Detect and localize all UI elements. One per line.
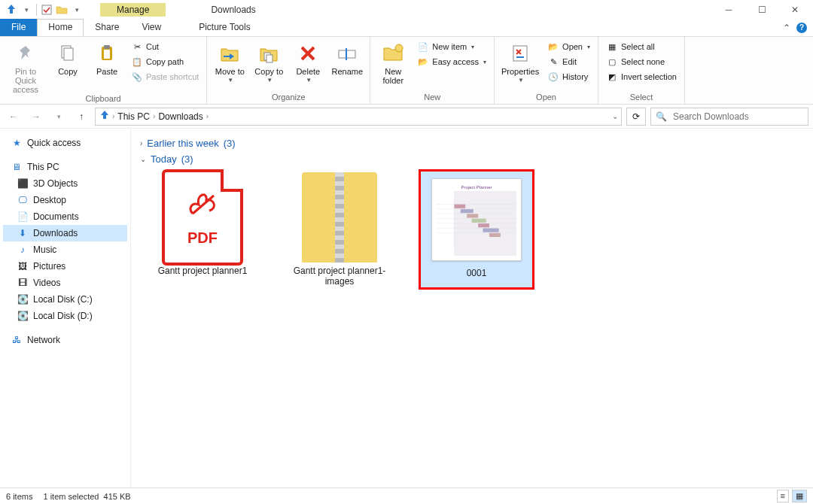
title-context: Manage Downloads (100, 3, 256, 17)
sidebar-item-downloads[interactable]: ⬇Downloads (3, 225, 127, 241)
copy-button[interactable]: Copy (50, 38, 86, 76)
checkbox-icon[interactable] (40, 3, 53, 17)
open-button[interactable]: 📂Open▾ (544, 40, 593, 53)
properties-button[interactable]: Properties▼ (499, 38, 541, 84)
sidebar-item-disk-d[interactable]: 💽Local Disk (D:) (3, 308, 127, 324)
paste-shortcut-button[interactable]: 📎Paste shortcut (128, 70, 202, 83)
manage-context-tab[interactable]: Manage (100, 3, 166, 17)
new-item-button[interactable]: 📄New item▾ (414, 40, 489, 53)
tab-share[interactable]: Share (84, 19, 130, 36)
ribbon: Pin to Quick access Copy Paste ✂Cut 📋Cop… (0, 37, 813, 105)
sidebar-item-3d-objects[interactable]: ⬛3D Objects (3, 175, 127, 192)
chevron-right-icon[interactable]: › (112, 112, 114, 120)
invert-selection-icon: ◩ (606, 71, 618, 83)
new-folder-button[interactable]: New folder (375, 38, 411, 85)
network-icon: 🖧 (11, 334, 23, 346)
svg-rect-18 (489, 233, 501, 237)
sidebar-quick-access[interactable]: ★Quick access (3, 135, 127, 151)
chevron-right-icon[interactable]: › (206, 112, 209, 120)
breadcrumb-downloads[interactable]: Downloads (157, 111, 204, 122)
ribbon-group-organize: Move to▼ Copy to▼ Delete▼ Rename Organiz… (207, 37, 370, 104)
refresh-button[interactable]: ⟳ (626, 108, 646, 126)
file-item-pdf[interactable]: PDF Gantt project planner1 (145, 169, 260, 290)
sidebar-item-music[interactable]: ♪Music (3, 241, 127, 258)
tab-file[interactable]: File (0, 19, 37, 36)
delete-button[interactable]: Delete▼ (290, 38, 326, 84)
select-all-button[interactable]: ▦Select all (603, 40, 680, 53)
file-item-image-selected[interactable]: Project Planner 0001 (419, 169, 534, 290)
easy-access-icon: 📂 (417, 56, 429, 68)
copy-path-button[interactable]: 📋Copy path (128, 55, 202, 68)
qat-overflow-icon[interactable]: ▾ (70, 3, 84, 17)
paste-button[interactable]: Paste (89, 38, 125, 76)
pdf-logo-icon (185, 188, 220, 225)
view-thumbnails-button[interactable]: ▦ (792, 490, 807, 502)
svg-rect-0 (42, 5, 51, 14)
folder-icon[interactable] (55, 3, 69, 17)
disk-icon: 💽 (17, 293, 29, 305)
tab-picture-tools[interactable]: Picture Tools (187, 19, 261, 36)
chevron-right-icon[interactable]: › (153, 112, 155, 120)
ribbon-collapse-icon[interactable]: ⌃ (783, 23, 790, 33)
ribbon-tabs: File Home Share View Picture Tools ⌃ ? (0, 19, 813, 37)
minimize-button[interactable]: ─ (712, 0, 745, 19)
invert-selection-button[interactable]: ◩Invert selection (603, 70, 680, 83)
group-earlier-this-week[interactable]: › Earlier this week (3) (140, 138, 804, 149)
edit-button[interactable]: ✎Edit (544, 55, 593, 68)
select-none-button[interactable]: ▢Select none (603, 55, 680, 68)
sidebar-item-videos[interactable]: 🎞Videos (3, 275, 127, 291)
breadcrumb-this-pc[interactable]: This PC (116, 111, 151, 122)
pc-icon: 🖥 (11, 161, 23, 173)
image-thumbnail: Project Planner (431, 175, 522, 265)
status-selected: 1 item selected 415 KB (43, 492, 130, 501)
file-item-zip[interactable]: Gantt project planner1-images (282, 169, 397, 290)
nav-up-button[interactable]: ↑ (72, 108, 90, 126)
maximize-button[interactable]: ☐ (745, 0, 778, 19)
move-to-button[interactable]: Move to▼ (212, 38, 248, 84)
search-input[interactable] (671, 111, 803, 123)
svg-rect-14 (467, 214, 478, 217)
paste-icon (95, 41, 119, 65)
file-list[interactable]: › Earlier this week (3) ⌄ Today (3) PDF … (131, 129, 813, 487)
sidebar-this-pc[interactable]: 🖥This PC (3, 159, 127, 175)
view-details-button[interactable]: ≡ (777, 490, 789, 502)
open-icon: 📂 (547, 41, 559, 53)
copy-to-icon (257, 41, 281, 65)
search-box[interactable]: 🔍 (650, 108, 808, 126)
group-today[interactable]: ⌄ Today (3) (140, 153, 804, 165)
sidebar-item-desktop[interactable]: 🖵Desktop (3, 192, 127, 208)
pin-quick-access-button[interactable]: Pin to Quick access (5, 38, 47, 94)
copy-to-button[interactable]: Copy to▼ (251, 38, 287, 84)
sidebar-network[interactable]: 🖧Network (3, 332, 127, 348)
cut-button[interactable]: ✂Cut (128, 40, 202, 53)
easy-access-button[interactable]: 📂Easy access▾ (414, 55, 489, 68)
folder-arrow-icon (5, 3, 18, 17)
svg-rect-12 (454, 205, 465, 208)
thumbnail-caption: Project Planner (437, 184, 516, 191)
address-bar[interactable]: › This PC › Downloads › ⌄ (95, 108, 622, 126)
nav-back-button[interactable]: ← (5, 108, 23, 126)
tab-home[interactable]: Home (37, 19, 84, 36)
tab-view[interactable]: View (130, 19, 172, 36)
sidebar-item-disk-c[interactable]: 💽Local Disk (C:) (3, 291, 127, 308)
address-dropdown-icon[interactable]: ⌄ (612, 112, 618, 120)
nav-recent-dropdown[interactable]: ▾ (50, 108, 68, 126)
sidebar-item-pictures[interactable]: 🖼Pictures (3, 258, 127, 275)
svg-rect-5 (104, 50, 110, 59)
new-item-icon: 📄 (417, 41, 429, 53)
qat-dropdown-icon[interactable]: ▾ (20, 3, 33, 17)
edit-icon: ✎ (547, 56, 559, 68)
file-name: Gantt project planner1 (158, 266, 248, 276)
main-body: ★Quick access 🖥This PC ⬛3D Objects 🖵Desk… (0, 129, 813, 487)
videos-icon: 🎞 (17, 277, 29, 289)
help-icon[interactable]: ? (796, 23, 807, 33)
move-to-icon (218, 41, 242, 65)
close-button[interactable]: ✕ (778, 0, 811, 19)
rename-button[interactable]: Rename (329, 38, 365, 76)
sidebar-item-documents[interactable]: 📄Documents (3, 208, 127, 225)
history-button[interactable]: 🕓History (544, 70, 593, 83)
properties-label: Properties (501, 67, 539, 76)
chevron-right-icon: › (140, 139, 142, 147)
nav-forward-button[interactable]: → (27, 108, 45, 126)
status-bar: 6 items 1 item selected 415 KB ≡ ▦ (0, 487, 813, 504)
